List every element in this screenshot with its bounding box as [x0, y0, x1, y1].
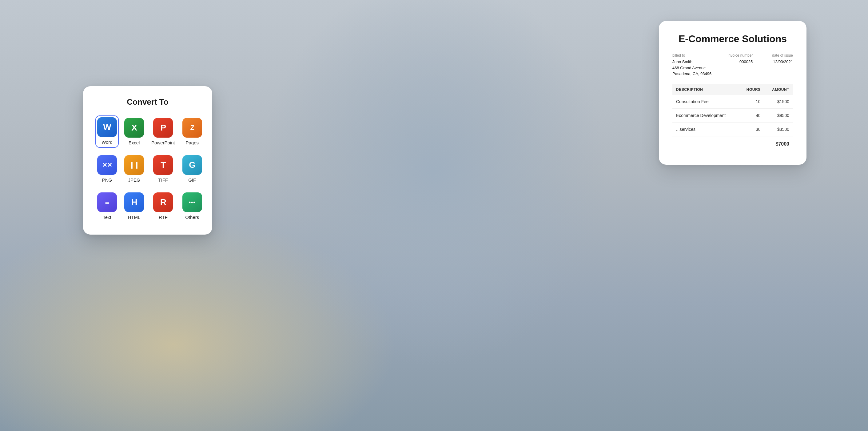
total-amount: $7000 [764, 136, 793, 151]
convert-item-rtf[interactable]: R RTF [150, 190, 177, 222]
powerpoint-icon: P [153, 118, 173, 138]
convert-item-text[interactable]: ≡ Text [95, 190, 119, 222]
convert-grid: W Word X Excel P PowerPoint Z Pages ✕✕ P… [95, 115, 200, 222]
convert-item-excel[interactable]: X Excel [122, 115, 146, 148]
total-empty-1 [672, 136, 739, 151]
text-label: Text [103, 214, 111, 220]
row1-description: Consultation Fee [672, 95, 739, 109]
png-icon: ✕✕ [97, 155, 117, 175]
convert-item-tiff[interactable]: T TIFF [150, 153, 177, 185]
convert-item-html[interactable]: H HTML [122, 190, 146, 222]
row2-description: Ecommerce Development [672, 108, 739, 122]
col-hours: HOURS [739, 84, 764, 95]
billed-to-name: John Smith [672, 59, 713, 65]
others-icon: ••• [182, 193, 202, 212]
jpeg-icon: ❙❙ [124, 155, 144, 175]
row3-amount: $3500 [764, 122, 793, 136]
convert-to-card: Convert To W Word X Excel P PowerPoint Z… [83, 86, 212, 235]
col-amount: AMOUNT [764, 84, 793, 95]
convert-item-png[interactable]: ✕✕ PNG [95, 153, 119, 185]
invoice-date-col: date of issue 12/03/2021 [753, 53, 793, 77]
word-label: Word [101, 140, 113, 145]
jpeg-label: JPEG [128, 177, 140, 182]
invoice-number-value: 000025 [713, 59, 753, 65]
row3-description: ...services [672, 122, 739, 136]
date-of-issue-value: 12/03/2021 [753, 59, 793, 65]
html-label: HTML [128, 214, 141, 220]
word-icon: W [97, 117, 117, 137]
html-icon: H [124, 193, 144, 212]
invoice-total-row: $7000 [672, 136, 793, 151]
table-row: ...services 30 $3500 [672, 122, 793, 136]
convert-item-gif[interactable]: G GIF [181, 153, 204, 185]
others-label: Others [185, 214, 199, 220]
billed-to-label: billed to [672, 53, 713, 58]
tiff-icon: T [153, 155, 173, 175]
row2-hours: 40 [739, 108, 764, 122]
billed-to-address1: 468 Grand Avenue [672, 65, 713, 71]
invoice-table: DESCRIPTION HOURS AMOUNT Consultation Fe… [672, 84, 793, 151]
rtf-label: RTF [159, 214, 167, 220]
convert-item-jpeg[interactable]: ❙❙ JPEG [122, 153, 146, 185]
invoice-billed-to-col: billed to John Smith 468 Grand Avenue Pa… [672, 53, 713, 77]
invoice-number-label: Invoice number [713, 53, 753, 58]
pages-label: Pages [185, 140, 199, 145]
billed-to-address2: Pasadena, CA, 93496 [672, 71, 713, 77]
pages-icon: Z [182, 118, 202, 138]
text-icon: ≡ [97, 193, 117, 212]
row3-hours: 30 [739, 122, 764, 136]
col-description: DESCRIPTION [672, 84, 739, 95]
rtf-icon: R [153, 193, 173, 212]
convert-item-word[interactable]: W Word [95, 115, 119, 148]
convert-card-title: Convert To [95, 97, 200, 107]
powerpoint-label: PowerPoint [151, 140, 175, 145]
table-row: Consultation Fee 10 $1500 [672, 95, 793, 109]
png-label: PNG [102, 177, 112, 182]
tiff-label: TIFF [158, 177, 168, 182]
invoice-title: E-Commerce Solutions [672, 33, 793, 45]
gif-label: GIF [188, 177, 196, 182]
row1-hours: 10 [739, 95, 764, 109]
date-of-issue-label: date of issue [753, 53, 793, 58]
excel-label: Excel [129, 140, 140, 145]
invoice-number-col: Invoice number 000025 [713, 53, 753, 77]
row2-amount: $9500 [764, 108, 793, 122]
row1-amount: $1500 [764, 95, 793, 109]
excel-icon: X [124, 118, 144, 138]
convert-item-pages[interactable]: Z Pages [181, 115, 204, 148]
invoice-meta: billed to John Smith 468 Grand Avenue Pa… [672, 53, 793, 77]
gif-icon: G [182, 155, 202, 175]
convert-item-powerpoint[interactable]: P PowerPoint [150, 115, 177, 148]
total-empty-2 [739, 136, 764, 151]
invoice-card: E-Commerce Solutions billed to John Smit… [659, 21, 806, 165]
invoice-table-header-row: DESCRIPTION HOURS AMOUNT [672, 84, 793, 95]
convert-item-others[interactable]: ••• Others [181, 190, 204, 222]
table-row: Ecommerce Development 40 $9500 [672, 108, 793, 122]
